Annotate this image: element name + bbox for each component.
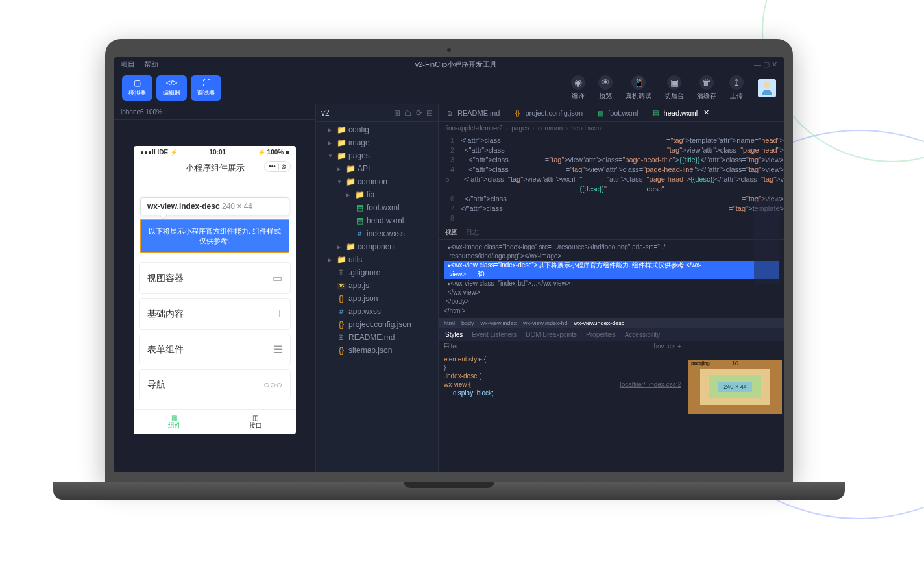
style-tab[interactable]: Properties [586,331,616,338]
list-item[interactable]: 导航○○○ [139,369,291,400]
app-screen: 项目 帮助 v2-FinClip小程序开发工具 — ▢ ✕ ▢模拟器 </>编辑… [114,57,784,472]
devtools-panel: 视图 日志 ▸<wx-image class="index-logo" src=… [439,225,784,432]
tabs-more[interactable]: ⋯ [716,104,733,121]
styles-filter-input[interactable] [444,343,652,350]
tree-item[interactable]: {}app.json [316,292,438,305]
page-title: 小程序组件展示 [186,163,245,173]
components-icon: ▦ [138,414,211,421]
tree-item[interactable]: ▶📁config [316,123,438,136]
tree-item[interactable]: 🗎.gitignore [316,266,438,279]
list-item[interactable]: 基础内容𝕋 [139,298,291,330]
action-background[interactable]: ▣切后台 [664,75,684,101]
editor-tab[interactable]: ▤head.wxml✕ [645,104,716,121]
status-time: 10:01 [210,149,226,156]
devtools-tab-log[interactable]: 日志 [466,228,479,237]
api-icon: ◫ [219,414,292,421]
status-signal: ●●●Il IDE ⚡ [140,149,178,156]
tree-item[interactable]: #index.wxss [316,227,438,240]
window-controls[interactable]: — ▢ ✕ [754,60,777,69]
mode-simulator[interactable]: ▢模拟器 [122,75,152,101]
styles-pane[interactable]: element.style {}.index-desc {</span></di… [439,352,687,400]
action-remote[interactable]: 📱真机调试 [626,75,651,101]
tree-item[interactable]: ▼📁common [316,175,438,188]
user-avatar[interactable] [758,79,776,97]
action-preview[interactable]: 👁预览 [598,75,613,101]
style-tab[interactable]: DOM Breakpoints [526,331,577,338]
devtools-tab-view[interactable]: 视图 [445,228,458,237]
style-tab[interactable]: Styles [445,331,463,338]
selected-element[interactable]: 以下将展示小程序官方组件能力. 组件样式仅供参考. [140,219,289,253]
styles-filter-actions[interactable]: :hov .cls + [652,343,681,350]
app-title: v2-FinClip小程序开发工具 [158,60,754,69]
capsule-button[interactable]: ••• | ⊗ [264,161,291,172]
breadcrumb[interactable]: fino-applet-demo-v2›pages›common›head.wx… [439,122,784,134]
action-cache[interactable]: 🗑清缓存 [697,75,716,101]
tab-components[interactable]: ▦ 组件 [134,410,215,434]
tree-item[interactable]: 🗎README.md [316,331,438,344]
box-model: margin 10 border - padding - [687,341,784,432]
code-editor[interactable]: 1<"attr">class="tag">template "attr">nam… [439,134,784,225]
tree-item[interactable]: ▤foot.wxml [316,201,438,214]
list-item[interactable]: 视图容器▭ [139,262,291,294]
tree-item[interactable]: #app.wxss [316,305,438,318]
phone-preview: ●●●Il IDE ⚡ 10:01 ⚡ 100% ■ 小程序组件展示 ••• |… [134,146,296,434]
toolbar: ▢模拟器 </>编辑器 ⛶调试器 ◉编译 👁预览 📱真机调试 ▣切后台 🗑清缓存… [114,71,784,104]
tree-item[interactable]: ▶📁image [316,136,438,149]
tree-root[interactable]: v2 [321,108,330,117]
new-file-icon[interactable]: ⊞ [394,108,400,117]
simulator-panel: iphone6 100% ●●●Il IDE ⚡ 10:01 ⚡ 100% ■ … [114,104,315,472]
minimap[interactable] [754,199,780,284]
tree-item[interactable]: ▶📁utils [316,253,438,266]
dom-inspector[interactable]: ▸<wx-image class="index-logo" src="../re… [439,240,784,318]
action-compile[interactable]: ◉编译 [571,75,585,101]
dom-crumb[interactable]: wx-view.index-hd [523,320,568,326]
editor-tab[interactable]: ▤foot.wxml [589,104,644,121]
dom-crumb[interactable]: wx-view.index [481,320,517,326]
mode-debugger[interactable]: ⛶调试器 [191,75,221,101]
editor-tab[interactable]: 🗎README.md [439,104,506,121]
style-tab[interactable]: Accessibility [625,331,660,338]
tab-api[interactable]: ◫ 接口 [215,410,296,434]
menu-help[interactable]: 帮助 [144,60,158,69]
tree-item[interactable]: ▶📁component [316,240,438,253]
style-tab[interactable]: Event Listeners [472,331,517,338]
editor-panel: 🗎README.md{}project.config.json▤foot.wxm… [439,104,784,472]
dom-crumb[interactable]: html [444,320,455,326]
inspect-tooltip: wx-view.index-desc 240 × 44 [140,197,289,215]
menu-project[interactable]: 项目 [121,60,135,69]
refresh-icon[interactable]: ⟳ [416,108,422,117]
file-tree-panel: v2 ⊞ 🗀 ⟳ ⊟ ▶📁config▶📁image▼📁pages▶📁API▼📁… [315,104,439,472]
tree-item[interactable]: {}sitemap.json [316,344,438,357]
tree-item[interactable]: JSapp.js [316,279,438,292]
dom-breadcrumb[interactable]: htmlbodywx-view.indexwx-view.index-hdwx-… [439,318,784,328]
dom-crumb[interactable]: wx-view.index-desc [574,320,625,326]
tree-item[interactable]: ▶📁lib [316,188,438,201]
mode-editor[interactable]: </>编辑器 [156,75,187,101]
editor-tab[interactable]: {}project.config.json [506,104,589,121]
tree-item[interactable]: ▶📁API [316,162,438,175]
laptop-frame: 项目 帮助 v2-FinClip小程序开发工具 — ▢ ✕ ▢模拟器 </>编辑… [105,39,793,500]
action-upload[interactable]: ↥上传 [729,75,744,101]
tree-item[interactable]: {}project.config.json [316,318,438,331]
camera-dot [447,48,451,52]
list-item[interactable]: 表单组件☰ [139,334,291,365]
tree-item[interactable]: ▼📁pages [316,149,438,162]
new-folder-icon[interactable]: 🗀 [404,108,412,117]
status-battery: ⚡ 100% ■ [258,149,289,156]
titlebar: 项目 帮助 v2-FinClip小程序开发工具 — ▢ ✕ [114,57,784,71]
device-label[interactable]: iphone6 100% [114,104,315,120]
collapse-icon[interactable]: ⊟ [426,108,433,117]
dom-crumb[interactable]: body [461,320,474,326]
tree-item[interactable]: ▤head.wxml [316,214,438,227]
